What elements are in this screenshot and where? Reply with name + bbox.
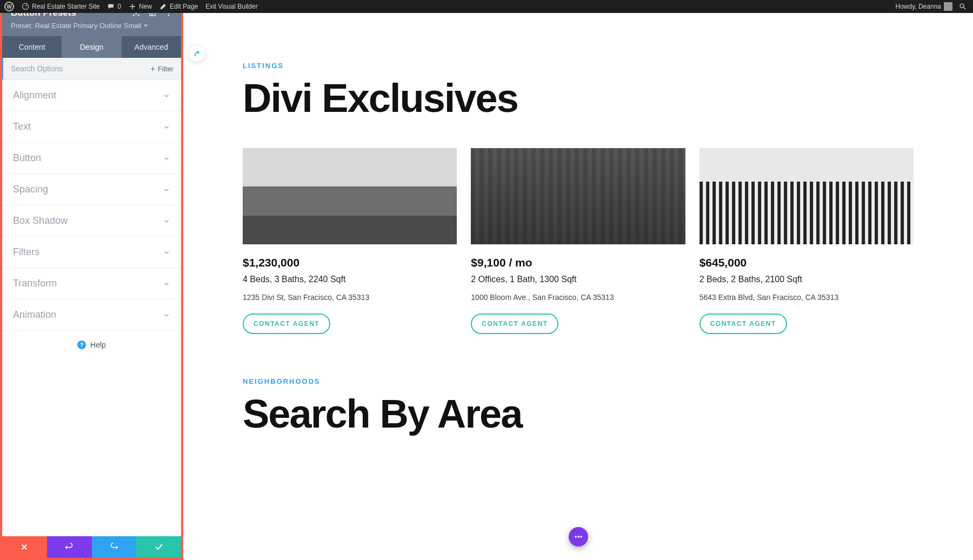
section-button[interactable]: Button <box>2 143 181 174</box>
listing-specs: 2 Beds, 2 Baths, 2100 Sqft <box>699 275 914 284</box>
filter-label: Filter <box>158 65 174 73</box>
new-content-button[interactable]: New <box>129 3 152 10</box>
listings-grid: $1,230,000 4 Beds, 3 Baths, 2240 Sqft 12… <box>243 148 914 334</box>
pencil-icon <box>159 3 167 10</box>
redo-button[interactable] <box>92 536 137 558</box>
svg-point-1 <box>960 4 964 8</box>
avatar <box>944 2 952 11</box>
comment-count: 0 <box>117 3 121 10</box>
exit-builder-label: Exit Visual Builder <box>205 3 258 10</box>
help-icon: ? <box>77 341 86 349</box>
neighborhoods-section: NEIGHBORHOODS Search By Area <box>243 377 914 437</box>
undo-button[interactable] <box>47 536 92 558</box>
neighborhoods-title: Search By Area <box>243 391 914 437</box>
account-link[interactable]: Howdy, Deanna <box>896 2 953 11</box>
cancel-button[interactable] <box>2 536 47 558</box>
contact-agent-button[interactable]: CONTACT AGENT <box>471 314 558 334</box>
chevron-down-icon <box>163 155 170 162</box>
arrow-up-icon <box>192 49 201 58</box>
search-row: Filter <box>2 58 181 80</box>
svg-point-7 <box>168 15 169 16</box>
section-box-shadow[interactable]: Box Shadow <box>2 205 181 237</box>
plus-icon <box>129 3 136 10</box>
close-icon <box>21 543 28 551</box>
listings-eyebrow: LISTINGS <box>243 62 914 70</box>
listing-image <box>243 148 457 244</box>
redo-icon <box>110 543 118 551</box>
sections-list: Alignment Text Button Spacing Box Shadow… <box>2 80 181 536</box>
listing-image <box>699 148 914 244</box>
svg-point-9 <box>577 536 579 538</box>
listing-card: $9,100 / mo 2 Offices, 1 Bath, 1300 Sqft… <box>471 148 685 334</box>
section-text[interactable]: Text <box>2 111 181 143</box>
site-name-text: Real Estate Starter Site <box>32 3 99 10</box>
comments-link[interactable]: 0 <box>107 3 121 10</box>
section-alignment[interactable]: Alignment <box>2 80 181 111</box>
svg-point-8 <box>575 536 577 538</box>
listing-image <box>471 148 685 244</box>
listing-address: 1235 Divi St, San Fracisco, CA 35313 <box>243 293 457 302</box>
builder-fab[interactable] <box>569 527 588 546</box>
listing-price: $9,100 / mo <box>471 256 685 269</box>
tab-design[interactable]: Design <box>62 36 121 58</box>
settings-panel: Button Presets Preset: Real Estate Prima… <box>0 0 183 560</box>
chevron-down-icon <box>163 280 170 288</box>
greeting-text: Howdy, Deanna <box>896 3 942 10</box>
section-spacing[interactable]: Spacing <box>2 174 181 205</box>
site-name-link[interactable]: Real Estate Starter Site <box>22 3 99 10</box>
new-label: New <box>139 3 152 10</box>
panel-tabs: Content Design Advanced <box>2 36 181 58</box>
drag-handle[interactable] <box>189 45 205 62</box>
save-button[interactable] <box>136 536 181 558</box>
section-transform[interactable]: Transform <box>2 268 181 299</box>
svg-point-10 <box>580 536 582 538</box>
plus-icon <box>150 66 156 72</box>
preset-label: Preset: Real Estate Primary Outline Smal… <box>11 22 141 30</box>
chevron-down-icon <box>163 217 170 225</box>
chevron-down-icon <box>143 23 148 28</box>
contact-agent-button[interactable]: CONTACT AGENT <box>243 314 330 334</box>
exit-visual-builder-button[interactable]: Exit Visual Builder <box>205 3 258 10</box>
undo-icon <box>65 543 74 551</box>
search-toggle[interactable] <box>959 3 967 10</box>
page-content: LISTINGS Divi Exclusives $1,230,000 4 Be… <box>183 13 973 560</box>
chevron-down-icon <box>163 311 170 319</box>
help-button[interactable]: ? Help <box>2 331 181 359</box>
edit-page-button[interactable]: Edit Page <box>159 3 198 10</box>
wp-logo[interactable]: W <box>4 2 14 11</box>
wp-admin-bar: W Real Estate Starter Site 0 New Edit Pa… <box>0 0 973 13</box>
tab-content[interactable]: Content <box>2 36 62 58</box>
listing-address: 1000 Bloom Ave., San Fracisco, CA 35313 <box>471 293 685 302</box>
search-icon <box>959 3 967 10</box>
listing-price: $645,000 <box>699 256 914 269</box>
neighborhoods-eyebrow: NEIGHBORHOODS <box>243 377 914 385</box>
listing-card: $1,230,000 4 Beds, 3 Baths, 2240 Sqft 12… <box>243 148 457 334</box>
search-input[interactable] <box>2 58 142 79</box>
listing-card: $645,000 2 Beds, 2 Baths, 2100 Sqft 5643… <box>699 148 914 334</box>
listing-price: $1,230,000 <box>243 256 457 269</box>
ellipsis-icon <box>573 531 584 542</box>
listings-title: Divi Exclusives <box>243 75 914 121</box>
listing-address: 5643 Extra Blvd, San Fracisco, CA 35313 <box>699 293 914 302</box>
help-label: Help <box>90 341 106 349</box>
chevron-down-icon <box>163 92 170 99</box>
listing-specs: 4 Beds, 3 Baths, 2240 Sqft <box>243 275 457 284</box>
chevron-down-icon <box>163 186 170 194</box>
chevron-down-icon <box>163 123 170 131</box>
tab-advanced[interactable]: Advanced <box>122 36 181 58</box>
panel-footer <box>2 536 181 558</box>
contact-agent-button[interactable]: CONTACT AGENT <box>699 314 787 334</box>
edit-page-label: Edit Page <box>170 3 198 10</box>
section-animation[interactable]: Animation <box>2 299 181 331</box>
dashboard-icon <box>22 3 29 10</box>
filter-button[interactable]: Filter <box>142 65 181 73</box>
listing-specs: 2 Offices, 1 Bath, 1300 Sqft <box>471 275 685 284</box>
comment-icon <box>107 3 115 10</box>
chevron-down-icon <box>163 249 170 256</box>
check-icon <box>155 543 163 551</box>
section-filters[interactable]: Filters <box>2 237 181 268</box>
preset-select[interactable]: Preset: Real Estate Primary Outline Smal… <box>11 22 172 30</box>
